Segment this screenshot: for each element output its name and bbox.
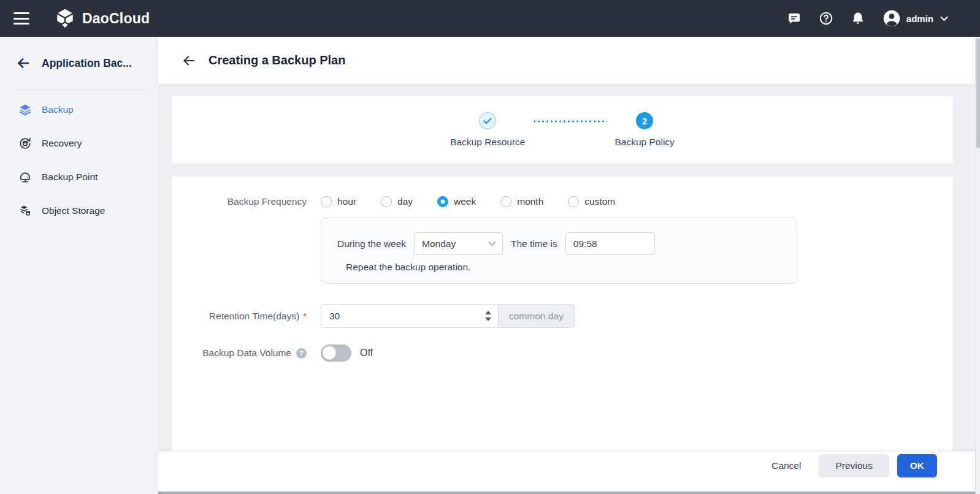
brand-name: DaoCloud bbox=[82, 10, 150, 27]
sidebar-back-arrow-icon[interactable] bbox=[16, 56, 31, 70]
sidebar-nav: Backup Recovery bbox=[0, 90, 158, 227]
toggle-state-label: Off bbox=[360, 348, 373, 359]
layers-icon bbox=[18, 103, 32, 116]
previous-button[interactable]: Previous bbox=[819, 454, 889, 477]
user-menu[interactable]: admin bbox=[882, 9, 948, 28]
required-asterisk: * bbox=[303, 311, 307, 321]
retention-input-group: common.day bbox=[321, 304, 575, 328]
week-schedule-line: During the week Monday The time is bbox=[337, 232, 797, 255]
weekday-select-value: Monday bbox=[422, 238, 456, 249]
data-volume-label-text: Backup Data Volume bbox=[202, 348, 291, 359]
retention-number-field bbox=[321, 304, 499, 328]
messages-icon[interactable] bbox=[787, 11, 802, 26]
sidebar: Application Bac... Backup bbox=[0, 37, 158, 494]
week-schedule-panel: During the week Monday The time is Repea… bbox=[321, 218, 797, 284]
stepper-card: Backup Resource 2 Backup Policy bbox=[172, 96, 953, 164]
avatar bbox=[882, 9, 901, 28]
frequency-radio-group: hour day week month bbox=[321, 196, 640, 207]
radio-icon bbox=[568, 196, 579, 207]
backup-policy-form: Backup Frequency hour day week bbox=[172, 177, 953, 451]
sidebar-item-label: Recovery bbox=[42, 138, 82, 149]
retention-input[interactable] bbox=[321, 311, 485, 322]
radio-option-custom[interactable]: custom bbox=[568, 196, 615, 207]
weekday-select[interactable]: Monday bbox=[414, 232, 503, 255]
ok-button[interactable]: OK bbox=[897, 454, 937, 477]
step-number-badge[interactable]: 2 bbox=[636, 112, 653, 129]
radio-option-hour[interactable]: hour bbox=[321, 196, 356, 207]
radio-label: hour bbox=[337, 196, 356, 207]
stepper: Backup Resource 2 Backup Policy bbox=[450, 112, 675, 148]
tooltip-question-icon[interactable]: ? bbox=[296, 348, 307, 359]
data-volume-label: Backup Data Volume ? bbox=[172, 348, 307, 359]
menu-toggle-icon[interactable] bbox=[13, 12, 29, 25]
number-spinner bbox=[485, 311, 491, 321]
sidebar-item-label: Backup bbox=[42, 104, 74, 115]
drive-icon bbox=[18, 170, 32, 184]
repeat-note: Repeat the backup operation. bbox=[346, 262, 797, 273]
radio-option-day[interactable]: day bbox=[381, 196, 413, 207]
content: Backup Resource 2 Backup Policy Backup F… bbox=[158, 84, 980, 451]
radio-label: day bbox=[397, 196, 413, 207]
sidebar-item-label: Backup Point bbox=[42, 172, 98, 183]
restore-icon bbox=[18, 137, 32, 150]
spinner-up-icon[interactable] bbox=[485, 311, 491, 314]
radio-option-week[interactable]: week bbox=[437, 196, 476, 207]
toggle-knob bbox=[323, 346, 336, 360]
page-title: Creating a Backup Plan bbox=[209, 53, 345, 67]
object-storage-icon bbox=[18, 204, 32, 218]
sidebar-item-label: Object Storage bbox=[42, 205, 105, 216]
spinner-down-icon[interactable] bbox=[485, 317, 491, 321]
sidebar-item-object-storage[interactable]: Object Storage bbox=[0, 194, 158, 227]
sidebar-title: Application Bac... bbox=[42, 57, 132, 70]
cancel-button[interactable]: Cancel bbox=[762, 454, 811, 477]
retention-label: Retention Time(days)* bbox=[172, 311, 307, 322]
frequency-row: Backup Frequency hour day week bbox=[172, 177, 953, 207]
step-label: Backup Resource bbox=[450, 137, 525, 148]
step-backup-policy: 2 Backup Policy bbox=[614, 112, 674, 148]
chevron-down-icon bbox=[940, 16, 948, 21]
help-icon[interactable] bbox=[819, 11, 834, 26]
step-backup-resource: Backup Resource bbox=[450, 112, 525, 148]
frequency-label: Backup Frequency bbox=[172, 196, 307, 207]
vertical-scrollbar[interactable] bbox=[975, 37, 980, 494]
radio-icon bbox=[500, 196, 511, 207]
step-label: Backup Policy bbox=[614, 137, 674, 148]
daocloud-cube-icon bbox=[54, 7, 76, 29]
retention-unit-addon: common.day bbox=[499, 304, 575, 328]
during-week-label: During the week bbox=[337, 238, 406, 249]
retention-row: Retention Time(days)* common.day bbox=[172, 304, 953, 328]
time-is-label: The time is bbox=[511, 238, 557, 249]
scrollbar-thumb[interactable] bbox=[976, 38, 980, 148]
radio-label: week bbox=[454, 196, 476, 207]
step-connector bbox=[532, 120, 607, 123]
main-area: Creating a Backup Plan Backup Resource bbox=[158, 37, 980, 494]
sidebar-item-recovery[interactable]: Recovery bbox=[0, 126, 158, 160]
topbar-actions: admin bbox=[787, 9, 948, 28]
radio-option-month[interactable]: month bbox=[500, 196, 543, 207]
radio-icon bbox=[381, 196, 392, 207]
radio-label: month bbox=[517, 196, 543, 207]
radio-selected-icon bbox=[437, 196, 448, 207]
step-done-check-icon[interactable] bbox=[479, 112, 496, 129]
radio-icon bbox=[321, 196, 332, 207]
notifications-bell-icon[interactable] bbox=[851, 11, 866, 26]
sidebar-header: Application Bac... bbox=[0, 37, 158, 89]
chevron-down-icon bbox=[488, 241, 496, 246]
data-volume-toggle[interactable] bbox=[321, 344, 351, 362]
topbar: DaoCloud bbox=[0, 0, 980, 37]
retention-label-text: Retention Time(days) bbox=[209, 311, 299, 322]
username: admin bbox=[906, 13, 933, 24]
page-back-arrow-icon[interactable] bbox=[182, 53, 196, 68]
brand-logo[interactable]: DaoCloud bbox=[54, 7, 150, 29]
underlying-page-edge bbox=[158, 492, 980, 494]
data-volume-row: Backup Data Volume ? Off bbox=[172, 344, 953, 362]
action-bar: Cancel Previous OK bbox=[158, 451, 980, 492]
time-input[interactable] bbox=[565, 232, 655, 255]
sidebar-item-backup[interactable]: Backup bbox=[0, 93, 158, 126]
radio-label: custom bbox=[584, 196, 615, 207]
sidebar-item-backup-point[interactable]: Backup Point bbox=[0, 160, 158, 194]
page-header: Creating a Backup Plan bbox=[158, 37, 980, 84]
